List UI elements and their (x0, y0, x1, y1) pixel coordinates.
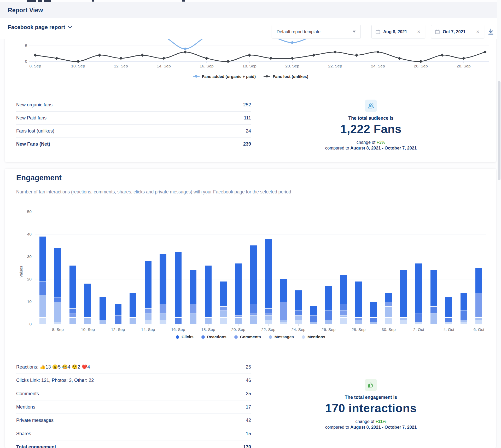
clear-date-to-icon[interactable]: ✕ (475, 29, 480, 35)
bar-segment (160, 304, 166, 313)
legend-item: Clicks (176, 335, 194, 339)
clipped-content-fragment (182, 0, 185, 2)
axis-tick (479, 324, 479, 326)
legend-item-label: Comments (240, 335, 261, 339)
template-select[interactable]: Default report template (272, 25, 361, 38)
bar-segment (175, 252, 182, 317)
bar-segment (445, 297, 452, 317)
axis-tick-label: 4. Oct (433, 327, 464, 332)
bar-segment (145, 261, 152, 308)
axis-tick-label: 20 (20, 277, 32, 282)
engagement-change: change of +11% (256, 419, 486, 424)
bar-segment (461, 320, 467, 322)
axis-tick-label: 18. Sep (235, 64, 264, 68)
table-row-value: 25 (246, 364, 251, 370)
engagement-compared: compared to August 8, 2021 - October 7, … (256, 425, 486, 430)
table-row-value: 239 (243, 141, 251, 147)
svg-text:5: 5 (25, 43, 27, 48)
select-arrow-icon (353, 31, 356, 33)
scrollbar-thumb[interactable] (498, 81, 500, 180)
axis-tick-label: 8. Sep (42, 327, 73, 332)
clear-date-from-icon[interactable]: ✕ (416, 29, 421, 35)
bar-column (35, 212, 50, 324)
engagement-section-subtitle: Number of fan interactions (reactions, c… (16, 189, 291, 195)
calendar-icon (375, 29, 380, 34)
bar-column: 2. Oct (411, 212, 426, 324)
bar-segment (445, 318, 452, 322)
bar-segment (69, 266, 76, 308)
bar-column (156, 212, 171, 324)
bar-segment (295, 315, 302, 320)
axis-tick-label: 20. Sep (223, 327, 254, 332)
bar-segment (54, 302, 61, 322)
bar-segment (370, 322, 377, 324)
table-row-value: 25 (246, 391, 251, 397)
axis-tick-label: 28. Sep (449, 64, 478, 68)
bar-segment (370, 302, 377, 317)
bar-segment (250, 315, 257, 324)
line-series (35, 39, 485, 49)
bar-segment (220, 318, 227, 324)
bar-segment (54, 297, 61, 302)
bar-segment (69, 318, 76, 324)
bar-segment (340, 311, 347, 315)
bar-segment (340, 275, 347, 304)
scrollbar-track[interactable] (497, 0, 501, 448)
legend-item-label: Mentions (307, 335, 325, 339)
bar-column (276, 212, 291, 324)
bar-segment (220, 282, 227, 306)
bar-column (246, 212, 261, 324)
total-engagement-value: 170 interactions (256, 401, 486, 415)
bar-segment (250, 313, 257, 315)
bar-column (65, 212, 80, 324)
axis-tick-label: 26. Sep (406, 64, 435, 68)
bar-column (426, 212, 441, 324)
bar-segment (400, 318, 407, 320)
bar-segment (115, 315, 121, 324)
table-row: Clicks Link: 121, Photos: 3, Other: 2246 (16, 374, 251, 387)
bar-segment (84, 318, 91, 324)
bar-segment (39, 282, 46, 295)
bar-segment (310, 315, 317, 322)
legend-item-label: Fans added (organic + paid) (202, 74, 256, 79)
legend-dot-icon (234, 335, 238, 339)
bar-column: 12. Sep (110, 212, 126, 324)
bar-segment (100, 320, 106, 324)
bar-segment (280, 320, 287, 322)
audience-summary-title: The total audience is (256, 116, 486, 121)
bar-segment (69, 309, 76, 313)
bar-segment (325, 311, 332, 320)
bar-segment (385, 293, 392, 302)
bar-segment (160, 320, 166, 324)
bar-segment (295, 320, 302, 324)
table-row: Total engagement170 (16, 440, 251, 448)
table-row: Comments25 (16, 387, 251, 400)
axis-tick-label: 0 (20, 322, 32, 326)
legend-dot-icon (201, 335, 205, 339)
compared-range: August 8, 2021 - October 7, 2021 (350, 425, 417, 429)
date-to-picker[interactable]: Oct 7, 2021 ✕ (431, 25, 484, 38)
bar-segment (370, 318, 377, 322)
table-row-value: 46 (246, 378, 251, 383)
bar-segment (355, 318, 362, 320)
download-report-button[interactable] (486, 27, 495, 36)
template-select-value: Default report template (277, 29, 321, 34)
bar-segment (280, 279, 287, 302)
report-name-dropdown[interactable]: Facebook page report (8, 24, 72, 30)
bar-segment (160, 313, 166, 320)
table-row-value: 170 (243, 444, 251, 448)
bar-segment (250, 304, 257, 313)
date-from-picker[interactable]: Aug 8, 2021 ✕ (371, 25, 425, 38)
audience-summary: The total audience is 1,222 Fans change … (256, 100, 486, 151)
bar-segment (461, 322, 467, 324)
axis-tick (298, 324, 299, 326)
table-row: Fans lost (unlikes)24 (16, 125, 251, 138)
page-title: Report View (8, 7, 43, 14)
table-row: Mentions17 (16, 400, 251, 414)
axis-tick (389, 324, 389, 326)
svg-text:0: 0 (25, 59, 27, 64)
bar-segment (190, 270, 196, 304)
bar-segment (54, 322, 61, 324)
bar-segment (115, 304, 121, 315)
bar-column: 18. Sep (201, 212, 216, 324)
